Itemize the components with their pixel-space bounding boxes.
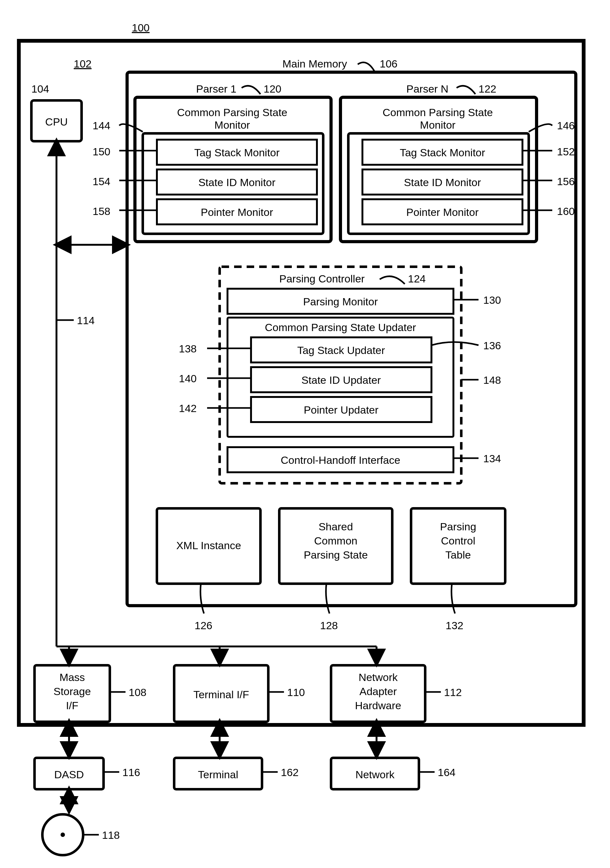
ref-system: 100 [132, 22, 150, 34]
pct-l3: Table [445, 549, 471, 561]
ref-pn: 122 [478, 83, 496, 95]
ref-sim1: 154 [93, 175, 110, 188]
network-label: Network [356, 769, 395, 780]
tsu-label: Tag Stack Updater [297, 344, 385, 356]
ref-sim2: 156 [557, 175, 575, 188]
ref-chi: 134 [483, 453, 501, 465]
ref-termif: 110 [287, 686, 305, 698]
ref-pmon: 130 [483, 294, 501, 306]
csm1-line1: Common Parsing State [177, 106, 288, 118]
chi-label: Control-Handoff Interface [280, 454, 400, 466]
pn-lead [457, 86, 475, 94]
cpsu-lead [432, 342, 478, 345]
sim2-label: State ID Monitor [404, 177, 481, 188]
csm2-lead [529, 124, 552, 132]
ref-pm2: 160 [557, 205, 575, 217]
csm1-lead [119, 124, 143, 132]
csm2-line1: Common Parsing State [382, 106, 493, 118]
massif-l3: I/F [66, 699, 79, 711]
ref-tsu: 138 [179, 343, 197, 355]
ref-pm1: 158 [93, 205, 110, 217]
scps-l1: Shared [319, 521, 353, 533]
pc-lead [380, 276, 405, 284]
diagram: 100 102 104 CPU Main Memory 106 Parser 1… [0, 0, 610, 868]
mem-label: Main Memory [282, 58, 347, 70]
ref-disk: 118 [102, 829, 120, 841]
csm2-line2: Monitor [420, 119, 455, 131]
ref-mem: 106 [380, 58, 398, 70]
scps-lead [326, 584, 330, 614]
ref-p1: 120 [263, 83, 282, 95]
ref-board: 102 [74, 58, 91, 70]
pc-label: Parsing Controller [279, 273, 365, 285]
ref-cpsu: 136 [483, 339, 501, 352]
ref-xml: 126 [195, 620, 212, 631]
ref-siu: 140 [179, 372, 197, 384]
ref-cpu: 104 [31, 83, 49, 95]
xml-lead [201, 584, 204, 614]
dasd-label: DASD [54, 769, 84, 780]
nethw-l3: Hardware [355, 699, 401, 711]
cpsu-label: Common Parsing State Updater [265, 321, 416, 333]
pm1-label: Pointer Monitor [201, 206, 273, 218]
nethw-l1: Network [359, 671, 398, 683]
termif-label: Terminal I/F [193, 688, 249, 701]
ref-terminal: 162 [281, 766, 299, 778]
tsm2-label: Tag Stack Monitor [400, 147, 485, 158]
ref-bus: 114 [77, 315, 95, 326]
xml-label: XML Instance [176, 539, 241, 551]
pmon-label: Parsing Monitor [303, 296, 378, 307]
pu-label: Pointer Updater [304, 404, 378, 416]
scps-l2: Common [314, 535, 358, 547]
ref-massif: 108 [129, 686, 147, 698]
p1-label: Parser 1 [196, 83, 237, 95]
scps-l3: Parsing State [304, 549, 368, 561]
ref-network: 164 [438, 766, 456, 778]
disk-center [60, 832, 65, 837]
cpu-label: CPU [45, 116, 68, 128]
ref-csm2: 146 [557, 119, 575, 132]
ref-scps: 128 [320, 620, 338, 631]
ref-pu: 142 [179, 402, 197, 414]
ref-tsm2: 152 [557, 146, 575, 158]
pn-label: Parser N [406, 83, 448, 95]
pct-l2: Control [441, 535, 475, 547]
ref-csm1: 144 [93, 119, 110, 132]
pm2-label: Pointer Monitor [406, 206, 479, 218]
ref-dasd: 116 [122, 766, 140, 778]
terminal-label: Terminal [198, 769, 238, 780]
ref-tsm1: 150 [93, 146, 110, 158]
p1-lead [242, 86, 260, 94]
ref-cpsu-group: 148 [483, 374, 501, 386]
massif-l2: Storage [53, 685, 91, 697]
siu-label: State ID Updater [301, 374, 381, 386]
sim1-label: State ID Monitor [198, 177, 276, 188]
pct-lead [452, 584, 455, 614]
csm1-line2: Monitor [214, 119, 250, 131]
pct-l1: Parsing [440, 521, 476, 533]
ref-pct: 132 [446, 620, 463, 631]
tsm1-label: Tag Stack Monitor [194, 147, 280, 158]
ref-pc: 124 [408, 273, 426, 285]
massif-l1: Mass [59, 671, 85, 683]
ref-nethw: 112 [444, 686, 462, 698]
nethw-l2: Adapter [359, 685, 396, 697]
